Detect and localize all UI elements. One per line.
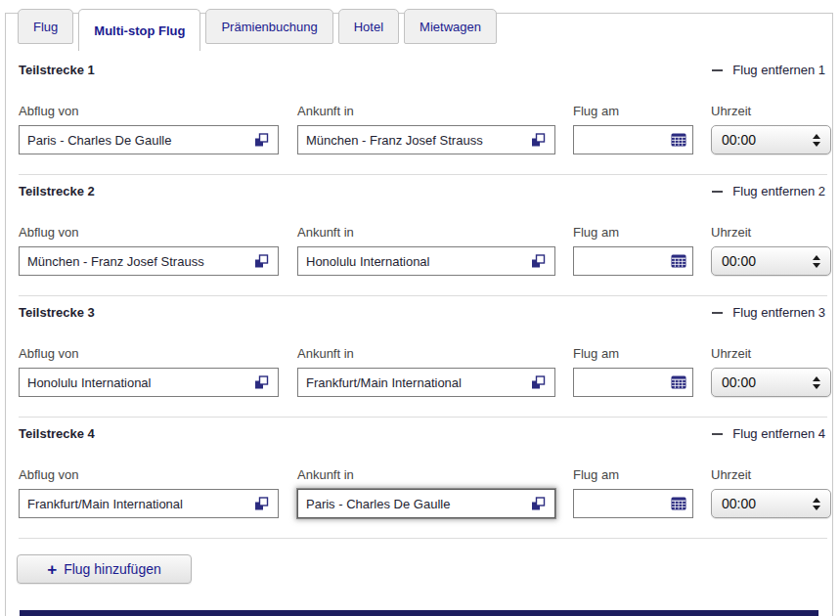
minus-icon: [712, 191, 723, 193]
departure-label: Abflug von: [19, 467, 279, 482]
airport-lookup-icon[interactable]: [254, 254, 269, 269]
remove-flight-label: Flug entfernen 4: [732, 426, 825, 441]
time-select-2[interactable]: 00:00: [711, 246, 831, 276]
remove-flight-label: Flug entfernen 2: [732, 184, 825, 198]
airport-lookup-icon[interactable]: [254, 375, 269, 390]
remove-flight-link-3[interactable]: Flug entfernen 3: [712, 305, 825, 320]
departure-field-1: [19, 125, 279, 154]
time-select-3[interactable]: 00:00: [711, 368, 831, 397]
remove-flight-label: Flug entfernen 3: [732, 305, 825, 320]
tab-hotel[interactable]: Hotel: [338, 9, 399, 44]
leg-section-3: Teilstrecke 3 Flug entfernen 3 Abflug vo…: [19, 301, 827, 422]
calendar-icon[interactable]: [671, 497, 686, 510]
time-label: Uhrzeit: [711, 104, 831, 118]
time-label: Uhrzeit: [711, 346, 831, 361]
arrival-label: Ankunft in: [297, 225, 555, 240]
stepper-icon: [813, 376, 820, 389]
time-select-1[interactable]: 00:00: [711, 125, 831, 154]
section-divider: [19, 295, 827, 296]
arrival-field-3: [297, 368, 555, 397]
departure-field-3: [19, 368, 279, 397]
calendar-icon[interactable]: [671, 133, 686, 147]
departure-input-2[interactable]: [20, 247, 278, 275]
date-label: Flug am: [573, 104, 693, 118]
leg-title: Teilstrecke 1: [19, 63, 95, 77]
add-flight-button[interactable]: + Flug hinzufügen: [17, 554, 192, 584]
time-label: Uhrzeit: [711, 467, 831, 482]
departure-label: Abflug von: [19, 104, 279, 118]
calendar-icon[interactable]: [671, 254, 686, 268]
arrival-input-1[interactable]: [298, 126, 554, 154]
time-value: 00:00: [722, 253, 813, 269]
leg-title: Teilstrecke 3: [19, 305, 95, 320]
airport-lookup-icon[interactable]: [531, 497, 546, 511]
stepper-icon: [813, 255, 820, 268]
departure-label: Abflug von: [19, 225, 279, 240]
arrival-label: Ankunft in: [297, 104, 555, 118]
stepper-icon: [813, 134, 820, 147]
minus-icon: [712, 433, 723, 435]
date-field-4: [573, 489, 693, 518]
airport-lookup-icon[interactable]: [531, 254, 546, 269]
section-divider: [19, 174, 827, 175]
date-field-1: [573, 125, 693, 154]
arrival-field-1: [297, 125, 555, 154]
calendar-icon[interactable]: [671, 375, 686, 389]
airport-lookup-icon[interactable]: [531, 133, 546, 148]
date-field-3: [573, 368, 693, 397]
airport-lookup-icon[interactable]: [531, 375, 546, 390]
time-value: 00:00: [722, 374, 813, 390]
date-field-2: [573, 246, 693, 276]
leg-title: Teilstrecke 4: [19, 426, 95, 441]
arrival-label: Ankunft in: [297, 467, 555, 482]
time-select-4[interactable]: 00:00: [711, 489, 831, 518]
add-flight-label: Flug hinzufügen: [64, 561, 161, 577]
time-value: 00:00: [722, 132, 813, 148]
arrival-label: Ankunft in: [297, 346, 555, 361]
date-label: Flug am: [573, 225, 693, 240]
date-label: Flug am: [573, 346, 693, 361]
leg-title: Teilstrecke 2: [19, 184, 95, 198]
minus-icon: [712, 69, 723, 71]
remove-flight-link-2[interactable]: Flug entfernen 2: [712, 184, 825, 198]
departure-field-2: [19, 246, 279, 276]
plus-icon: +: [47, 561, 57, 578]
tab-praemienbuchung[interactable]: Prämienbuchung: [205, 9, 332, 44]
date-label: Flug am: [573, 467, 693, 482]
arrival-input-3[interactable]: [298, 369, 554, 396]
arrival-input-4[interactable]: [298, 490, 554, 517]
footer-bar: [20, 610, 818, 616]
departure-input-3[interactable]: [20, 369, 278, 396]
time-label: Uhrzeit: [711, 225, 831, 240]
leg-section-2: Teilstrecke 2 Flug entfernen 2 Abflug vo…: [19, 180, 827, 301]
remove-flight-link-4[interactable]: Flug entfernen 4: [712, 426, 825, 441]
departure-field-4: [19, 489, 279, 518]
minus-icon: [712, 312, 723, 314]
time-value: 00:00: [722, 496, 813, 511]
booking-tabs: Flug Multi-stop Flug Prämienbuchung Hote…: [18, 9, 497, 51]
departure-label: Abflug von: [19, 346, 279, 361]
arrival-input-2[interactable]: [298, 247, 554, 275]
arrival-field-2: [297, 246, 555, 276]
airport-lookup-icon[interactable]: [254, 497, 269, 511]
departure-input-4[interactable]: [20, 490, 278, 517]
departure-input-1[interactable]: [20, 126, 278, 154]
tab-flug[interactable]: Flug: [18, 9, 73, 44]
arrival-field-4: [297, 489, 555, 518]
tab-mietwagen[interactable]: Mietwagen: [404, 9, 497, 44]
section-divider: [19, 417, 827, 418]
remove-flight-label: Flug entfernen 1: [732, 63, 825, 77]
leg-section-4: Teilstrecke 4 Flug entfernen 4 Abflug vo…: [19, 422, 827, 544]
leg-section-1: Teilstrecke 1 Flug entfernen 1 Abflug vo…: [19, 59, 827, 180]
section-divider: [19, 538, 827, 539]
airport-lookup-icon[interactable]: [254, 133, 269, 148]
stepper-icon: [813, 498, 820, 510]
tab-multi-stop-flug[interactable]: Multi-stop Flug: [78, 9, 200, 51]
remove-flight-link-1[interactable]: Flug entfernen 1: [712, 63, 825, 77]
